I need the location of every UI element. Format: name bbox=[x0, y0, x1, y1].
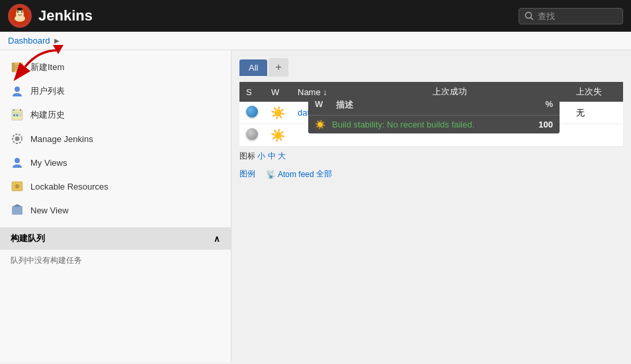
search-input[interactable] bbox=[538, 11, 617, 21]
weather-tooltip: W 描述 % ☀️ Build stability: No recent bui… bbox=[308, 95, 560, 133]
icon-controls: 图标 小 中 大 bbox=[239, 147, 623, 166]
content-area: All + S W Name ↓ 上次成功 上次失 bbox=[231, 50, 631, 363]
tab-all[interactable]: All bbox=[239, 59, 267, 76]
sidebar-item-build-history[interactable]: 构建历史 bbox=[0, 103, 231, 127]
sidebar-item-lockable-resources-label: Lockable Resources bbox=[30, 182, 108, 192]
jenkins-logo-icon bbox=[8, 4, 32, 28]
build-queue-label: 构建队列 bbox=[11, 233, 45, 244]
sidebar-item-my-views[interactable]: My Views bbox=[0, 151, 231, 174]
tabs-bar: All + bbox=[239, 58, 623, 77]
breadcrumb: Dashboard ▶ bbox=[0, 32, 631, 50]
sidebar-item-new-view[interactable]: New View bbox=[0, 198, 231, 222]
atom-all-label: 全部 bbox=[316, 168, 332, 180]
icon-small[interactable]: 小 bbox=[257, 151, 265, 161]
svg-point-22 bbox=[15, 137, 20, 141]
status-cell bbox=[239, 102, 265, 124]
svg-rect-21 bbox=[19, 114, 21, 116]
svg-point-5 bbox=[21, 11, 22, 13]
svg-marker-28 bbox=[12, 204, 22, 207]
sidebar-item-users-label: 用户列表 bbox=[30, 85, 65, 97]
tooltip-col-desc: 描述 bbox=[336, 99, 532, 111]
app-title: Jenkins bbox=[38, 7, 93, 24]
svg-rect-20 bbox=[17, 114, 19, 116]
sidebar-item-manage-jenkins[interactable]: Manage Jenkins bbox=[0, 127, 231, 151]
tooltip-row-pct: 100 bbox=[538, 120, 553, 129]
manage-jenkins-icon bbox=[11, 132, 24, 145]
main-layout: 新建Item 用户列表 bbox=[0, 50, 631, 363]
build-queue-empty: 队列中没有构建任务 bbox=[0, 250, 231, 272]
tooltip-header: W 描述 % bbox=[308, 95, 560, 116]
search-icon bbox=[525, 11, 534, 20]
svg-point-14 bbox=[15, 87, 20, 92]
svg-point-4 bbox=[17, 11, 19, 13]
svg-rect-6 bbox=[17, 8, 22, 11]
icon-large[interactable]: 大 bbox=[278, 151, 286, 161]
col-status: S bbox=[239, 82, 265, 102]
svg-rect-19 bbox=[13, 114, 15, 116]
last-fail-cell-2 bbox=[569, 124, 623, 147]
build-queue-section: 构建队列 ∧ bbox=[0, 227, 231, 250]
last-fail-cell: 无 bbox=[569, 102, 623, 124]
tooltip-row-icon: ☀️ bbox=[315, 120, 325, 129]
logo-area: Jenkins bbox=[8, 4, 93, 28]
legend-link[interactable]: 图例 bbox=[239, 168, 255, 180]
new-view-icon bbox=[11, 203, 24, 217]
tooltip-col-pct: % bbox=[545, 99, 553, 111]
svg-point-3 bbox=[15, 15, 25, 22]
last-fail-value: 无 bbox=[576, 108, 585, 118]
status-ball-blue bbox=[246, 106, 258, 118]
breadcrumb-separator: ▶ bbox=[54, 37, 60, 44]
sidebar-item-new-item-label: 新建Item bbox=[30, 61, 64, 73]
status-ball-grey bbox=[246, 128, 258, 140]
atom-feed-link[interactable]: 📡 Atom feed 全部 bbox=[266, 168, 332, 180]
my-views-icon bbox=[11, 156, 24, 169]
svg-line-8 bbox=[531, 18, 534, 20]
sidebar-item-build-history-label: 构建历史 bbox=[30, 109, 65, 121]
svg-point-7 bbox=[526, 13, 532, 18]
weather-sun-icon-2: ☀️ bbox=[271, 129, 284, 142]
sidebar-item-users[interactable]: 用户列表 bbox=[0, 79, 231, 103]
sidebar-item-manage-jenkins-label: Manage Jenkins bbox=[30, 134, 93, 144]
weather-cell: ☀️ bbox=[265, 102, 291, 124]
new-item-icon bbox=[11, 61, 24, 74]
breadcrumb-dashboard[interactable]: Dashboard bbox=[8, 36, 50, 46]
tooltip-col-w: W bbox=[315, 99, 323, 111]
sidebar-item-new-view-label: New View bbox=[30, 205, 69, 215]
search-box[interactable] bbox=[519, 8, 623, 24]
col-last-fail: 上次失 bbox=[569, 82, 623, 102]
build-queue-collapse-icon[interactable]: ∧ bbox=[214, 234, 220, 244]
status-cell-2 bbox=[239, 124, 265, 147]
svg-rect-27 bbox=[12, 207, 22, 215]
icon-label: 图标 bbox=[239, 151, 255, 161]
sidebar-item-my-views-label: My Views bbox=[30, 158, 67, 168]
lockable-resources-icon bbox=[11, 180, 24, 193]
svg-rect-10 bbox=[12, 63, 15, 72]
tooltip-row-desc: Build stability: No recent builds failed… bbox=[332, 120, 532, 129]
weather-cell-2: ☀️ bbox=[265, 124, 291, 147]
sidebar-item-new-item[interactable]: 新建Item bbox=[0, 55, 231, 79]
bottom-links: 图例 📡 Atom feed 全部 bbox=[239, 166, 623, 182]
weather-sun-icon: ☀️ bbox=[271, 106, 284, 120]
build-history-icon bbox=[11, 108, 24, 122]
col-weather: W bbox=[265, 82, 291, 102]
sidebar: 新建Item 用户列表 bbox=[0, 50, 231, 363]
sidebar-item-lockable-resources[interactable]: Lockable Resources bbox=[0, 174, 231, 198]
tooltip-row: ☀️ Build stability: No recent builds fai… bbox=[308, 116, 560, 133]
svg-point-26 bbox=[15, 184, 19, 188]
svg-point-24 bbox=[15, 158, 20, 163]
atom-icon: 📡 bbox=[266, 170, 276, 179]
icon-medium[interactable]: 中 bbox=[268, 151, 276, 161]
tab-add-button[interactable]: + bbox=[269, 58, 288, 77]
users-icon bbox=[11, 85, 24, 98]
header: Jenkins bbox=[0, 0, 631, 32]
atom-feed-label: Atom feed bbox=[278, 170, 314, 179]
